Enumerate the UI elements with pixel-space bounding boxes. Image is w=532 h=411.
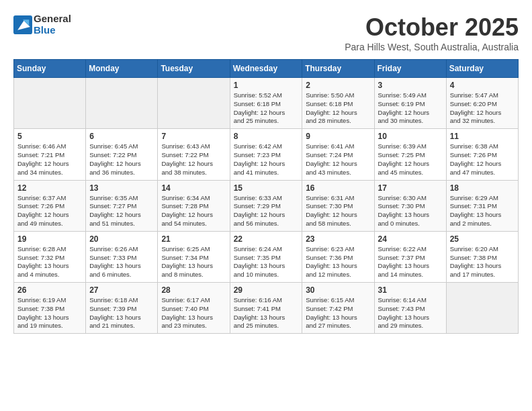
calendar: SundayMondayTuesdayWednesdayThursdayFrid… — [13, 59, 519, 334]
header-wednesday: Wednesday — [230, 60, 302, 78]
day-number: 9 — [306, 132, 370, 141]
calendar-cell: 23Sunrise: 6:23 AM Sunset: 7:36 PM Dayli… — [302, 231, 374, 282]
calendar-cell: 22Sunrise: 6:24 AM Sunset: 7:35 PM Dayli… — [230, 231, 302, 282]
calendar-cell: 18Sunrise: 6:29 AM Sunset: 7:31 PM Dayli… — [446, 180, 518, 231]
day-info: Sunrise: 6:16 AM Sunset: 7:41 PM Dayligh… — [234, 296, 299, 330]
day-info: Sunrise: 6:24 AM Sunset: 7:35 PM Dayligh… — [234, 245, 299, 279]
day-info: Sunrise: 5:47 AM Sunset: 6:20 PM Dayligh… — [450, 91, 515, 126]
calendar-week-3: 12Sunrise: 6:37 AM Sunset: 7:26 PM Dayli… — [14, 180, 519, 231]
day-info: Sunrise: 6:26 AM Sunset: 7:33 PM Dayligh… — [89, 245, 154, 279]
day-number: 31 — [378, 285, 443, 295]
day-number: 6 — [89, 132, 154, 141]
day-info: Sunrise: 6:42 AM Sunset: 7:23 PM Dayligh… — [234, 142, 299, 177]
calendar-cell: 26Sunrise: 6:19 AM Sunset: 7:38 PM Dayli… — [14, 283, 86, 334]
calendar-cell: 25Sunrise: 6:20 AM Sunset: 7:38 PM Dayli… — [446, 231, 518, 282]
day-info: Sunrise: 6:34 AM Sunset: 7:28 PM Dayligh… — [161, 194, 226, 228]
day-number: 22 — [234, 234, 299, 244]
calendar-cell: 14Sunrise: 6:34 AM Sunset: 7:28 PM Dayli… — [158, 180, 230, 231]
calendar-cell: 17Sunrise: 6:30 AM Sunset: 7:30 PM Dayli… — [374, 180, 446, 231]
day-info: Sunrise: 6:33 AM Sunset: 7:29 PM Dayligh… — [234, 194, 299, 228]
calendar-header-row: SundayMondayTuesdayWednesdayThursdayFrid… — [14, 60, 519, 78]
day-number: 12 — [17, 183, 82, 193]
calendar-cell: 3Sunrise: 5:49 AM Sunset: 6:19 PM Daylig… — [374, 78, 446, 129]
day-info: Sunrise: 6:38 AM Sunset: 7:26 PM Dayligh… — [450, 142, 515, 177]
day-info: Sunrise: 6:46 AM Sunset: 7:21 PM Dayligh… — [17, 142, 82, 177]
day-number: 30 — [306, 285, 370, 295]
day-number: 3 — [378, 81, 443, 90]
day-number: 8 — [234, 132, 299, 141]
day-number: 17 — [378, 183, 443, 193]
header: General Blue October 2025 Para Hills Wes… — [13, 13, 519, 52]
day-number: 28 — [161, 285, 226, 295]
logo-blue: Blue — [34, 25, 71, 36]
calendar-cell: 30Sunrise: 6:15 AM Sunset: 7:42 PM Dayli… — [302, 283, 374, 334]
day-info: Sunrise: 6:18 AM Sunset: 7:39 PM Dayligh… — [89, 296, 154, 330]
calendar-cell: 16Sunrise: 6:31 AM Sunset: 7:30 PM Dayli… — [302, 180, 374, 231]
location-subtitle: Para Hills West, South Australia, Austra… — [345, 42, 519, 52]
day-info: Sunrise: 6:30 AM Sunset: 7:30 PM Dayligh… — [378, 194, 443, 228]
day-info: Sunrise: 6:39 AM Sunset: 7:25 PM Dayligh… — [378, 142, 443, 177]
day-info: Sunrise: 6:25 AM Sunset: 7:34 PM Dayligh… — [161, 245, 226, 279]
day-number: 13 — [89, 183, 154, 193]
header-sunday: Sunday — [14, 60, 86, 78]
calendar-week-2: 5Sunrise: 6:46 AM Sunset: 7:21 PM Daylig… — [14, 129, 519, 180]
day-info: Sunrise: 6:23 AM Sunset: 7:36 PM Dayligh… — [306, 245, 370, 279]
day-number: 20 — [89, 234, 154, 244]
day-number: 1 — [234, 81, 299, 90]
calendar-cell: 15Sunrise: 6:33 AM Sunset: 7:29 PM Dayli… — [230, 180, 302, 231]
calendar-cell: 20Sunrise: 6:26 AM Sunset: 7:33 PM Dayli… — [86, 231, 158, 282]
day-info: Sunrise: 6:45 AM Sunset: 7:22 PM Dayligh… — [89, 142, 154, 177]
day-number: 23 — [306, 234, 370, 244]
day-number: 27 — [89, 285, 154, 295]
calendar-week-5: 26Sunrise: 6:19 AM Sunset: 7:38 PM Dayli… — [14, 283, 519, 334]
day-info: Sunrise: 6:15 AM Sunset: 7:42 PM Dayligh… — [306, 296, 370, 330]
calendar-cell: 13Sunrise: 6:35 AM Sunset: 7:27 PM Dayli… — [86, 180, 158, 231]
day-info: Sunrise: 6:37 AM Sunset: 7:26 PM Dayligh… — [17, 194, 82, 228]
day-number: 11 — [450, 132, 515, 141]
calendar-cell: 24Sunrise: 6:22 AM Sunset: 7:37 PM Dayli… — [374, 231, 446, 282]
calendar-cell: 5Sunrise: 6:46 AM Sunset: 7:21 PM Daylig… — [14, 129, 86, 180]
day-info: Sunrise: 5:52 AM Sunset: 6:18 PM Dayligh… — [234, 91, 299, 126]
header-saturday: Saturday — [446, 60, 518, 78]
calendar-cell: 8Sunrise: 6:42 AM Sunset: 7:23 PM Daylig… — [230, 129, 302, 180]
logo-icon — [13, 15, 32, 34]
header-tuesday: Tuesday — [158, 60, 230, 78]
calendar-cell: 10Sunrise: 6:39 AM Sunset: 7:25 PM Dayli… — [374, 129, 446, 180]
day-info: Sunrise: 6:19 AM Sunset: 7:38 PM Dayligh… — [17, 296, 82, 330]
day-info: Sunrise: 5:50 AM Sunset: 6:18 PM Dayligh… — [306, 91, 370, 126]
day-info: Sunrise: 6:41 AM Sunset: 7:24 PM Dayligh… — [306, 142, 370, 177]
day-number: 2 — [306, 81, 370, 90]
calendar-cell: 31Sunrise: 6:14 AM Sunset: 7:43 PM Dayli… — [374, 283, 446, 334]
calendar-cell: 11Sunrise: 6:38 AM Sunset: 7:26 PM Dayli… — [446, 129, 518, 180]
calendar-cell: 21Sunrise: 6:25 AM Sunset: 7:34 PM Dayli… — [158, 231, 230, 282]
calendar-cell: 1Sunrise: 5:52 AM Sunset: 6:18 PM Daylig… — [230, 78, 302, 129]
logo-general: General — [34, 13, 71, 25]
header-monday: Monday — [86, 60, 158, 78]
calendar-cell: 4Sunrise: 5:47 AM Sunset: 6:20 PM Daylig… — [446, 78, 518, 129]
calendar-week-1: 1Sunrise: 5:52 AM Sunset: 6:18 PM Daylig… — [14, 78, 519, 129]
calendar-cell: 2Sunrise: 5:50 AM Sunset: 6:18 PM Daylig… — [302, 78, 374, 129]
day-info: Sunrise: 6:28 AM Sunset: 7:32 PM Dayligh… — [17, 245, 82, 279]
day-info: Sunrise: 6:31 AM Sunset: 7:30 PM Dayligh… — [306, 194, 370, 228]
calendar-cell — [158, 78, 230, 129]
day-info: Sunrise: 6:43 AM Sunset: 7:22 PM Dayligh… — [161, 142, 226, 177]
calendar-week-4: 19Sunrise: 6:28 AM Sunset: 7:32 PM Dayli… — [14, 231, 519, 282]
day-number: 14 — [161, 183, 226, 193]
month-title: October 2025 — [345, 13, 519, 42]
day-number: 5 — [17, 132, 82, 141]
day-number: 16 — [306, 183, 370, 193]
day-number: 29 — [234, 285, 299, 295]
calendar-cell: 29Sunrise: 6:16 AM Sunset: 7:41 PM Dayli… — [230, 283, 302, 334]
header-thursday: Thursday — [302, 60, 374, 78]
day-number: 25 — [450, 234, 515, 244]
day-number: 10 — [378, 132, 443, 141]
logo: General Blue — [13, 13, 71, 36]
day-number: 7 — [161, 132, 226, 141]
day-info: Sunrise: 6:20 AM Sunset: 7:38 PM Dayligh… — [450, 245, 515, 279]
day-info: Sunrise: 6:29 AM Sunset: 7:31 PM Dayligh… — [450, 194, 515, 228]
day-number: 26 — [17, 285, 82, 295]
day-number: 18 — [450, 183, 515, 193]
calendar-cell: 7Sunrise: 6:43 AM Sunset: 7:22 PM Daylig… — [158, 129, 230, 180]
day-number: 4 — [450, 81, 515, 90]
calendar-cell: 12Sunrise: 6:37 AM Sunset: 7:26 PM Dayli… — [14, 180, 86, 231]
